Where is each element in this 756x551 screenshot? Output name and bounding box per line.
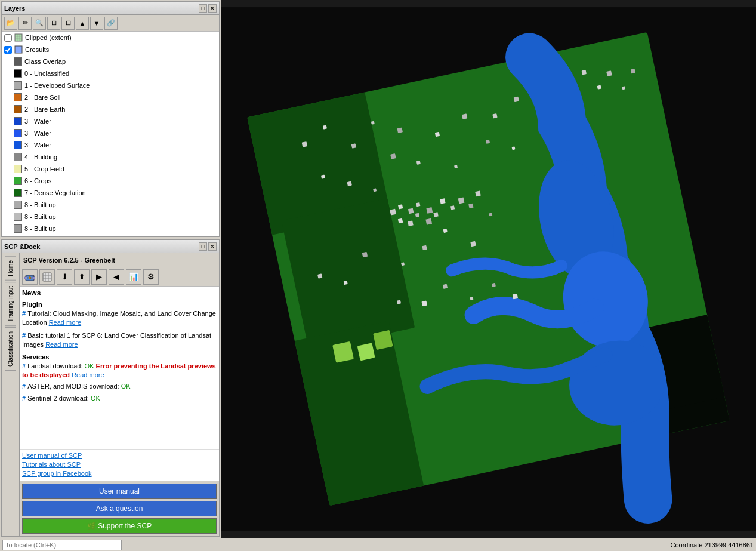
scp-panel-controls: □ ✕ [199,242,217,251]
svg-rect-69 [492,283,496,287]
user-manual-link[interactable]: User manual of SCP [22,452,217,459]
collapse-btn[interactable]: ⊟ [61,17,75,30]
svg-rect-60 [440,198,446,204]
layer-item-water3[interactable]: 3 - Water [2,139,219,151]
layer-label-developed: 1 - Developed Surface [24,82,90,89]
open-layer-btn[interactable]: 📂 [4,17,17,30]
map-area[interactable] [221,0,756,538]
layer-item-unclassified[interactable]: 0 - Unclassified [2,67,219,79]
svg-rect-41 [514,97,520,103]
scp-preprocessing-btn[interactable]: ⬆ [74,269,90,285]
support-btn[interactable]: 🌿 Support the SCP [22,518,217,534]
svg-rect-75 [631,69,635,73]
layer-label-clipped: Clipped (extent) [25,34,72,41]
layers-float-btn[interactable]: □ [199,4,207,13]
layer-item-bare-earth[interactable]: 2 - Bare Earth [2,103,219,115]
tab-home[interactable]: Home [5,256,16,281]
layer-item-built-up3[interactable]: 8 - Built up [2,223,219,235]
scp-float-btn[interactable]: □ [199,242,207,251]
svg-rect-28 [371,121,375,125]
svg-rect-36 [454,165,458,168]
services-item-sentinel: # Sentinel-2 download: OK [22,394,217,403]
svg-rect-29 [397,127,403,133]
layer-check-cresults[interactable] [4,46,12,54]
svg-rect-0 [15,34,22,41]
aster-text: ASTER, and MODIS download: [27,383,121,390]
services-item-landsat: # Landsat download: OK Error preventing … [22,362,217,380]
svg-rect-56 [408,220,414,226]
user-manual-btn[interactable]: User manual [22,484,217,499]
raster-icon [14,33,23,42]
news-title: News [22,289,217,297]
layer-item-dense-veg[interactable]: 7 - Dense Vegetation [2,187,219,199]
svg-rect-25 [302,141,308,147]
svg-rect-40 [512,146,516,150]
svg-rect-37 [462,113,468,119]
digitize-btn[interactable]: ✏ [18,17,32,30]
scp-version-label: SCP Version 6.2.5 - Greenbelt [23,257,115,264]
layer-label-dense-veg: 7 - Dense Vegetation [24,189,86,196]
layer-item-water1[interactable]: 3 - Water [2,115,219,127]
layer-item-class-overlap[interactable]: Class Overlap [2,56,219,67]
news-section[interactable]: News Plugin # Tutorial: Cloud Masking, I… [20,287,219,449]
color-built-up2 [14,213,22,221]
svg-rect-61 [450,205,455,210]
layers-close-btn[interactable]: ✕ [208,4,217,13]
layer-item-developed[interactable]: 1 - Developed Surface [2,79,219,91]
layers-list[interactable]: Clipped (extent) Cresults Class Overlap [2,32,219,236]
color-bare-soil [14,93,22,101]
layer-check-clipped[interactable] [4,34,12,42]
search-input[interactable] [2,540,122,550]
scp-titlebar: SCP &Dock □ ✕ [2,240,219,253]
scp-sidebar-tabs: Home Training input Classification [2,253,20,536]
landsat-read-more[interactable]: Read more [70,371,104,378]
layers-title: Layers [4,5,25,12]
layer-item-built-up2[interactable]: 8 - Built up [2,211,219,223]
color-class-overlap [14,57,22,66]
scp-settings-btn[interactable]: ⚙ [143,269,159,285]
layer-label-built-up3: 8 - Built up [24,225,56,232]
scp-run-btn[interactable]: ▶ [91,269,107,285]
layer-item-building[interactable]: 4 - Building [2,151,219,163]
layer-item-water2[interactable]: 3 - Water [2,127,219,139]
layer-label-building: 4 - Building [24,153,57,161]
scp-download-btn[interactable]: ⬇ [57,269,72,285]
scp-satellite-btn[interactable] [22,269,38,285]
layer-item-built-up1[interactable]: 8 - Built up [2,199,219,211]
svg-rect-74 [622,86,625,90]
svg-rect-32 [373,188,377,192]
tutorials-link[interactable]: Tutorials about SCP [22,461,217,468]
scp-back-btn[interactable]: ◀ [109,269,124,285]
layer-label-crop-field: 5 - Crop Field [24,165,64,173]
link-btn[interactable]: 🔗 [104,17,118,30]
services-item-aster: # ASTER, and MODIS download: OK [22,382,217,391]
move-up-btn[interactable]: ▲ [76,17,89,30]
coordinate-display: Coordinate 213999,4416861 [671,541,754,549]
svg-rect-71 [582,70,587,75]
move-down-btn[interactable]: ▼ [90,17,103,30]
layer-item-bare-soil[interactable]: 2 - Bare Soil [2,91,219,103]
tab-training[interactable]: Training input [5,282,16,326]
main-layout: Layers □ ✕ 📂 ✏ 🔍 ⊞ ⊟ ▲ ▼ 🔗 [0,0,756,538]
layers-panel-controls: □ ✕ [199,4,217,13]
svg-rect-63 [468,204,473,208]
layer-label-water1: 3 - Water [24,118,51,125]
scp-bandset-btn[interactable] [39,269,55,285]
facebook-link[interactable]: SCP group in Facebook [22,470,217,477]
layer-item-crops[interactable]: 6 - Crops [2,175,219,187]
landsat-ok-status: OK [85,362,96,370]
news-link-2[interactable]: Read more [45,341,78,348]
filter-btn[interactable]: 🔍 [33,17,46,30]
svg-rect-53 [416,202,420,207]
ask-question-btn[interactable]: Ask a question [22,501,217,516]
layer-item-crop-field[interactable]: 5 - Crop Field [2,163,219,175]
scp-close-btn[interactable]: ✕ [208,242,217,251]
tab-classification[interactable]: Classification [5,327,16,371]
news-link-1[interactable]: Read more [49,319,81,326]
landsat-ok-text: Landsat download: [27,362,84,370]
vector-icon [14,45,23,54]
layer-item-cresults[interactable]: Cresults [2,44,219,56]
expand-btn[interactable]: ⊞ [47,17,60,30]
scp-chart-btn[interactable]: 📊 [126,269,141,285]
layer-item-clipped[interactable]: Clipped (extent) [2,32,219,44]
